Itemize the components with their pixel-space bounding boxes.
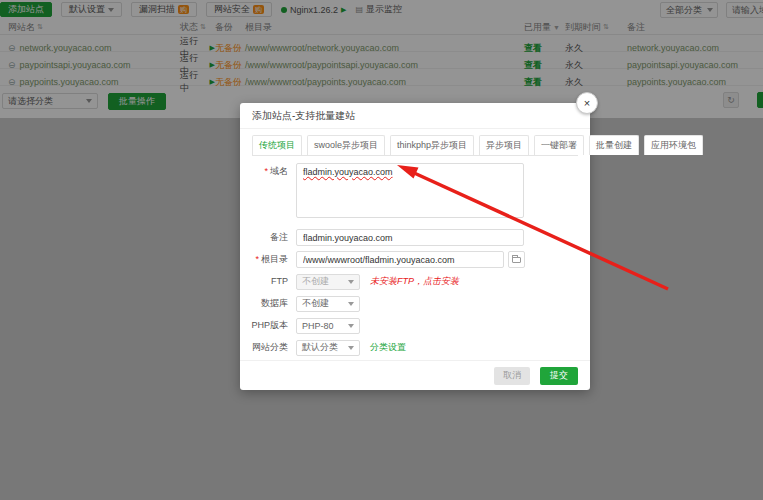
- tab-batch-create[interactable]: 批量创建: [589, 135, 639, 155]
- domain-textarea[interactable]: fladmin.youyacao.com: [296, 163, 524, 218]
- ftp-field-row: FTP 不创建 未安装FTP，点击安装: [240, 273, 590, 290]
- php-version-label: PHP版本: [240, 317, 288, 334]
- ftp-select[interactable]: 不创建: [296, 274, 360, 290]
- add-site-form: *域名 fladmin.youyacao.com 备注 *根目录 FTP 不创建…: [240, 156, 590, 356]
- required-mark: *: [255, 254, 259, 264]
- database-label: 数据库: [240, 295, 288, 312]
- php-version-field-row: PHP版本 PHP-80: [240, 317, 590, 334]
- tab-traditional-project[interactable]: 传统项目: [252, 135, 302, 155]
- submit-button[interactable]: 提交: [540, 367, 578, 385]
- note-input[interactable]: [296, 229, 524, 246]
- ftp-label: FTP: [240, 273, 288, 290]
- add-site-modal: 添加站点-支持批量建站 传统项目 swoole异步项目 thinkphp异步项目…: [240, 103, 590, 390]
- chevron-down-icon: [348, 324, 354, 328]
- folder-picker-button[interactable]: [508, 251, 525, 268]
- root-label: *根目录: [240, 251, 288, 268]
- database-select[interactable]: 不创建: [296, 296, 360, 312]
- note-label: 备注: [240, 229, 288, 246]
- site-category-field-row: 网站分类 默认分类 分类设置: [240, 339, 590, 356]
- ftp-install-link[interactable]: 未安装FTP，点击安装: [370, 275, 459, 288]
- site-category-label: 网站分类: [240, 339, 288, 356]
- chevron-down-icon: [348, 280, 354, 284]
- domain-value: fladmin.youyacao.com: [303, 167, 393, 177]
- tab-async-project[interactable]: 异步项目: [479, 135, 529, 155]
- database-field-row: 数据库 不创建: [240, 295, 590, 312]
- required-mark: *: [264, 166, 268, 176]
- root-path-input[interactable]: [296, 251, 504, 268]
- chevron-down-icon: [348, 302, 354, 306]
- root-field-row: *根目录: [240, 251, 590, 268]
- cancel-button[interactable]: 取消: [494, 367, 530, 385]
- domain-label: *域名: [240, 163, 288, 180]
- tab-app-environment[interactable]: 应用环境包: [644, 135, 703, 155]
- domain-field-row: *域名 fladmin.youyacao.com: [240, 163, 590, 218]
- php-version-select[interactable]: PHP-80: [296, 318, 360, 334]
- note-field-row: 备注: [240, 229, 590, 246]
- modal-tabs: 传统项目 swoole异步项目 thinkphp异步项目 异步项目 一键部署 批…: [252, 135, 578, 156]
- modal-footer: 取消 提交: [240, 360, 590, 390]
- folder-icon: [512, 257, 521, 263]
- php-version-value: PHP-80: [302, 321, 334, 331]
- close-icon[interactable]: ×: [576, 92, 598, 114]
- database-select-value: 不创建: [302, 297, 329, 310]
- chevron-down-icon: [348, 346, 354, 350]
- site-category-value: 默认分类: [302, 341, 338, 354]
- modal-title: 添加站点-支持批量建站: [240, 103, 590, 129]
- ftp-select-value: 不创建: [302, 275, 329, 288]
- category-settings-link[interactable]: 分类设置: [370, 341, 406, 354]
- tab-one-click-deploy[interactable]: 一键部署: [534, 135, 584, 155]
- tab-swoole-async[interactable]: swoole异步项目: [307, 135, 385, 155]
- site-category-select[interactable]: 默认分类: [296, 340, 360, 356]
- tab-thinkphp-async[interactable]: thinkphp异步项目: [390, 135, 474, 155]
- app-window: 添加站点 默认设置 漏洞扫描 购 网站安全 购 Nginx1.26.2 ▶ ▤ …: [0, 0, 763, 500]
